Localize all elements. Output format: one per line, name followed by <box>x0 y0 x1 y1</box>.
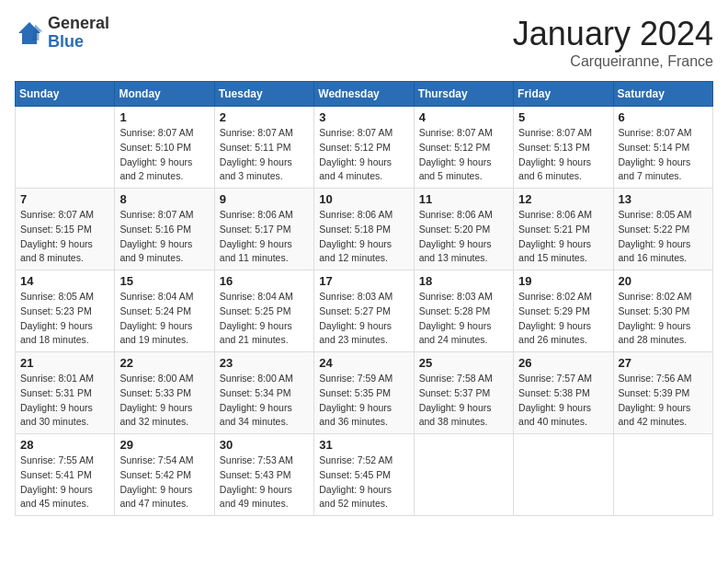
calendar-cell: 17Sunrise: 8:03 AMSunset: 5:27 PMDayligh… <box>314 270 414 352</box>
day-info: Sunrise: 8:03 AMSunset: 5:27 PMDaylight:… <box>319 290 408 348</box>
day-info: Sunrise: 7:56 AMSunset: 5:39 PMDaylight:… <box>619 372 708 430</box>
day-number: 15 <box>119 274 209 288</box>
month-title: January 2024 <box>513 15 713 53</box>
day-number: 31 <box>319 438 408 452</box>
calendar-header: SundayMondayTuesdayWednesdayThursdayFrid… <box>16 82 713 107</box>
calendar-week-1: 7Sunrise: 8:07 AMSunset: 5:15 PMDaylight… <box>16 189 713 270</box>
page-header: General Blue January 2024 Carqueiranne, … <box>15 15 713 70</box>
day-info: Sunrise: 8:02 AMSunset: 5:29 PMDaylight:… <box>518 290 608 348</box>
day-info: Sunrise: 8:07 AMSunset: 5:15 PMDaylight:… <box>20 208 109 266</box>
day-number: 30 <box>220 438 309 452</box>
day-number: 28 <box>20 438 109 452</box>
day-number: 14 <box>20 274 109 288</box>
day-number: 24 <box>319 356 408 370</box>
day-info: Sunrise: 8:05 AMSunset: 5:22 PMDaylight:… <box>619 208 708 266</box>
day-header-monday: Monday <box>115 82 214 107</box>
day-number: 3 <box>319 110 408 124</box>
day-info: Sunrise: 8:06 AMSunset: 5:20 PMDaylight:… <box>419 208 508 266</box>
calendar-week-3: 21Sunrise: 8:01 AMSunset: 5:31 PMDayligh… <box>16 352 713 434</box>
day-info: Sunrise: 7:52 AMSunset: 5:45 PMDaylight:… <box>319 454 408 511</box>
logo: General Blue <box>15 15 109 52</box>
day-number: 25 <box>419 356 508 370</box>
day-info: Sunrise: 8:07 AMSunset: 5:10 PMDaylight:… <box>119 126 209 184</box>
calendar-week-0: 1Sunrise: 8:07 AMSunset: 5:10 PMDaylight… <box>16 107 713 189</box>
day-number: 6 <box>619 110 708 124</box>
calendar-cell <box>514 434 613 516</box>
calendar-body: 1Sunrise: 8:07 AMSunset: 5:10 PMDaylight… <box>16 107 713 516</box>
day-number: 22 <box>119 356 209 370</box>
day-header-wednesday: Wednesday <box>314 82 414 107</box>
day-number: 17 <box>319 274 408 288</box>
calendar-cell <box>613 434 712 516</box>
calendar-cell: 11Sunrise: 8:06 AMSunset: 5:20 PMDayligh… <box>414 189 513 270</box>
calendar-cell: 4Sunrise: 8:07 AMSunset: 5:12 PMDaylight… <box>414 107 513 189</box>
day-info: Sunrise: 8:05 AMSunset: 5:23 PMDaylight:… <box>20 290 109 348</box>
day-info: Sunrise: 8:06 AMSunset: 5:17 PMDaylight:… <box>220 208 309 266</box>
day-number: 19 <box>518 274 608 288</box>
calendar-cell: 9Sunrise: 8:06 AMSunset: 5:17 PMDaylight… <box>214 189 313 270</box>
calendar-cell: 22Sunrise: 8:00 AMSunset: 5:33 PMDayligh… <box>115 352 214 434</box>
calendar-cell: 23Sunrise: 8:00 AMSunset: 5:34 PMDayligh… <box>214 352 313 434</box>
calendar-cell: 8Sunrise: 8:07 AMSunset: 5:16 PMDaylight… <box>115 189 214 270</box>
calendar-cell: 30Sunrise: 7:53 AMSunset: 5:43 PMDayligh… <box>214 434 313 516</box>
day-header-thursday: Thursday <box>414 82 513 107</box>
day-number: 13 <box>619 192 708 206</box>
day-info: Sunrise: 8:07 AMSunset: 5:16 PMDaylight:… <box>119 208 209 266</box>
calendar-cell: 20Sunrise: 8:02 AMSunset: 5:30 PMDayligh… <box>613 270 712 352</box>
day-number: 10 <box>319 192 408 206</box>
day-number: 16 <box>220 274 309 288</box>
day-info: Sunrise: 8:01 AMSunset: 5:31 PMDaylight:… <box>20 372 109 430</box>
day-number: 5 <box>518 110 608 124</box>
location: Carqueiranne, France <box>513 53 713 70</box>
day-info: Sunrise: 8:00 AMSunset: 5:34 PMDaylight:… <box>220 372 309 430</box>
calendar-table: SundayMondayTuesdayWednesdayThursdayFrid… <box>15 81 713 516</box>
calendar-cell: 13Sunrise: 8:05 AMSunset: 5:22 PMDayligh… <box>613 189 712 270</box>
logo-blue: Blue <box>48 33 109 52</box>
calendar-cell: 12Sunrise: 8:06 AMSunset: 5:21 PMDayligh… <box>514 189 613 270</box>
calendar-cell: 5Sunrise: 8:07 AMSunset: 5:13 PMDaylight… <box>514 107 613 189</box>
calendar-cell: 10Sunrise: 8:06 AMSunset: 5:18 PMDayligh… <box>314 189 414 270</box>
day-info: Sunrise: 7:57 AMSunset: 5:38 PMDaylight:… <box>518 372 608 430</box>
day-info: Sunrise: 8:06 AMSunset: 5:21 PMDaylight:… <box>518 208 608 266</box>
calendar-cell: 28Sunrise: 7:55 AMSunset: 5:41 PMDayligh… <box>16 434 115 516</box>
header-row: SundayMondayTuesdayWednesdayThursdayFrid… <box>16 82 713 107</box>
day-info: Sunrise: 7:53 AMSunset: 5:43 PMDaylight:… <box>220 454 309 511</box>
day-header-saturday: Saturday <box>613 82 712 107</box>
calendar-cell <box>414 434 513 516</box>
calendar-cell: 24Sunrise: 7:59 AMSunset: 5:35 PMDayligh… <box>314 352 414 434</box>
day-number: 8 <box>119 192 209 206</box>
day-number: 7 <box>20 192 109 206</box>
calendar-cell: 3Sunrise: 8:07 AMSunset: 5:12 PMDaylight… <box>314 107 414 189</box>
calendar-cell: 6Sunrise: 8:07 AMSunset: 5:14 PMDaylight… <box>613 107 712 189</box>
day-number: 1 <box>119 110 209 124</box>
calendar-cell: 31Sunrise: 7:52 AMSunset: 5:45 PMDayligh… <box>314 434 414 516</box>
day-number: 18 <box>419 274 508 288</box>
day-number: 11 <box>419 192 508 206</box>
day-number: 27 <box>619 356 708 370</box>
day-number: 9 <box>220 192 309 206</box>
calendar-cell: 15Sunrise: 8:04 AMSunset: 5:24 PMDayligh… <box>115 270 214 352</box>
calendar-cell: 1Sunrise: 8:07 AMSunset: 5:10 PMDaylight… <box>115 107 214 189</box>
calendar-week-2: 14Sunrise: 8:05 AMSunset: 5:23 PMDayligh… <box>16 270 713 352</box>
calendar-cell: 25Sunrise: 7:58 AMSunset: 5:37 PMDayligh… <box>414 352 513 434</box>
day-info: Sunrise: 8:07 AMSunset: 5:13 PMDaylight:… <box>518 126 608 184</box>
day-info: Sunrise: 8:03 AMSunset: 5:28 PMDaylight:… <box>419 290 508 348</box>
calendar-week-4: 28Sunrise: 7:55 AMSunset: 5:41 PMDayligh… <box>16 434 713 516</box>
calendar-cell: 14Sunrise: 8:05 AMSunset: 5:23 PMDayligh… <box>16 270 115 352</box>
calendar-cell: 27Sunrise: 7:56 AMSunset: 5:39 PMDayligh… <box>613 352 712 434</box>
calendar-cell <box>16 107 115 189</box>
day-info: Sunrise: 7:58 AMSunset: 5:37 PMDaylight:… <box>419 372 508 430</box>
calendar-cell: 26Sunrise: 7:57 AMSunset: 5:38 PMDayligh… <box>514 352 613 434</box>
title-section: January 2024 Carqueiranne, France <box>513 15 713 70</box>
day-info: Sunrise: 8:07 AMSunset: 5:11 PMDaylight:… <box>220 126 309 184</box>
day-number: 2 <box>220 110 309 124</box>
day-info: Sunrise: 8:06 AMSunset: 5:18 PMDaylight:… <box>319 208 408 266</box>
day-number: 23 <box>220 356 309 370</box>
day-info: Sunrise: 7:54 AMSunset: 5:42 PMDaylight:… <box>119 454 209 511</box>
day-header-sunday: Sunday <box>16 82 115 107</box>
day-header-friday: Friday <box>514 82 613 107</box>
day-info: Sunrise: 8:04 AMSunset: 5:25 PMDaylight:… <box>220 290 309 348</box>
day-info: Sunrise: 8:04 AMSunset: 5:24 PMDaylight:… <box>119 290 209 348</box>
logo-icon <box>15 18 44 48</box>
calendar-cell: 16Sunrise: 8:04 AMSunset: 5:25 PMDayligh… <box>214 270 313 352</box>
